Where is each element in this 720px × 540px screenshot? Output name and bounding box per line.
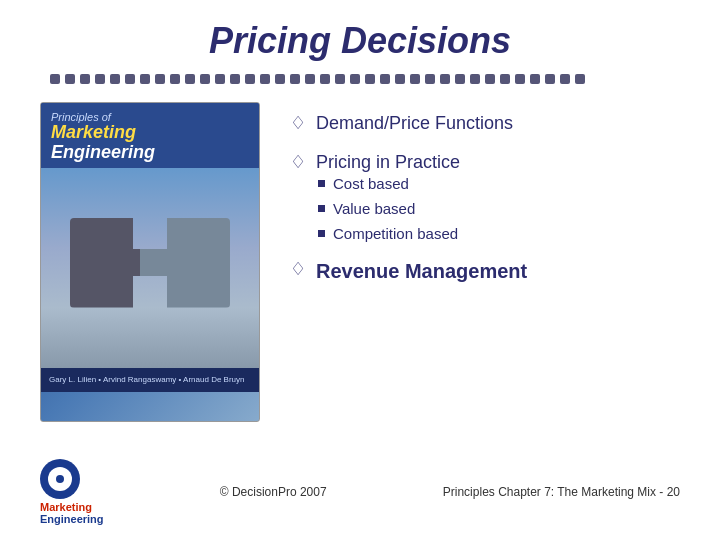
dot xyxy=(500,74,510,84)
sub-bullet-1: Cost based xyxy=(318,175,680,192)
bullet-text-1: Demand/Price Functions xyxy=(316,112,513,135)
dot xyxy=(290,74,300,84)
dot xyxy=(380,74,390,84)
dot xyxy=(185,74,195,84)
dot xyxy=(305,74,315,84)
dot xyxy=(365,74,375,84)
dot xyxy=(515,74,525,84)
book-authors: Gary L. Lilien • Arvind Rangaswamy • Arn… xyxy=(41,368,259,392)
book-cover: Principles of Marketing Engineering Gary… xyxy=(40,102,260,422)
dot xyxy=(260,74,270,84)
book-engineering-label: Engineering xyxy=(51,143,249,163)
book-puzzle-area xyxy=(41,168,259,368)
dot xyxy=(440,74,450,84)
dot xyxy=(335,74,345,84)
dot xyxy=(95,74,105,84)
sub-square-icon-2 xyxy=(318,205,325,212)
dot xyxy=(485,74,495,84)
footer: Marketing Engineering © DecisionPro 2007… xyxy=(0,459,720,525)
dot xyxy=(200,74,210,84)
bullet-item-2: ♢ Pricing in Practice xyxy=(290,151,680,174)
dot xyxy=(125,74,135,84)
content-area: Principles of Marketing Engineering Gary… xyxy=(40,102,680,422)
dot xyxy=(170,74,180,84)
dot xyxy=(470,74,480,84)
dot xyxy=(155,74,165,84)
dot xyxy=(455,74,465,84)
sub-text-2: Value based xyxy=(333,200,415,217)
dot xyxy=(245,74,255,84)
sub-square-icon-1 xyxy=(318,180,325,187)
bullet-item-3: ♢ Revenue Management xyxy=(290,258,680,284)
dot xyxy=(395,74,405,84)
dot xyxy=(350,74,360,84)
slide: Pricing Decisions xyxy=(0,0,720,540)
diamond-icon-1: ♢ xyxy=(290,113,306,135)
dot xyxy=(410,74,420,84)
dot xyxy=(215,74,225,84)
logo-circle xyxy=(40,459,80,499)
dot xyxy=(530,74,540,84)
sub-text-3: Competition based xyxy=(333,225,458,242)
puzzle-visual xyxy=(60,188,240,348)
divider-dots xyxy=(40,74,680,84)
bullet-text-3: Revenue Management xyxy=(316,258,527,284)
dot xyxy=(110,74,120,84)
dot xyxy=(545,74,555,84)
dot xyxy=(65,74,75,84)
dot xyxy=(560,74,570,84)
dot xyxy=(320,74,330,84)
logo-dot xyxy=(56,475,64,483)
bullet-item-1: ♢ Demand/Price Functions xyxy=(290,112,680,135)
dot xyxy=(50,74,60,84)
dot xyxy=(425,74,435,84)
sub-square-icon-3 xyxy=(318,230,325,237)
sub-text-1: Cost based xyxy=(333,175,409,192)
logo-inner xyxy=(48,467,72,491)
book-marketing-label: Marketing xyxy=(51,123,249,143)
puzzle-piece-right xyxy=(140,218,230,308)
diamond-icon-2: ♢ xyxy=(290,152,306,174)
footer-copyright: © DecisionPro 2007 xyxy=(220,485,327,499)
dot xyxy=(140,74,150,84)
dot xyxy=(275,74,285,84)
diamond-icon-3: ♢ xyxy=(290,259,306,281)
bullet-list: ♢ Demand/Price Functions ♢ Pricing in Pr… xyxy=(290,102,680,284)
bullet-group-2: ♢ Pricing in Practice Cost based Value b… xyxy=(290,151,680,241)
slide-title: Pricing Decisions xyxy=(40,20,680,62)
dot xyxy=(575,74,585,84)
sub-bullet-2: Value based xyxy=(318,200,680,217)
sub-bullet-list: Cost based Value based Competition based xyxy=(318,175,680,242)
footer-chapter: Principles Chapter 7: The Marketing Mix … xyxy=(443,485,680,499)
bullet-text-2: Pricing in Practice xyxy=(316,151,460,174)
dot xyxy=(230,74,240,84)
logo-text-marketing: Marketing xyxy=(40,501,92,513)
book-cover-top: Principles of Marketing Engineering xyxy=(41,103,259,168)
dot xyxy=(80,74,90,84)
footer-logo: Marketing Engineering xyxy=(40,459,104,525)
sub-bullet-3: Competition based xyxy=(318,225,680,242)
logo-text-engineering: Engineering xyxy=(40,513,104,525)
